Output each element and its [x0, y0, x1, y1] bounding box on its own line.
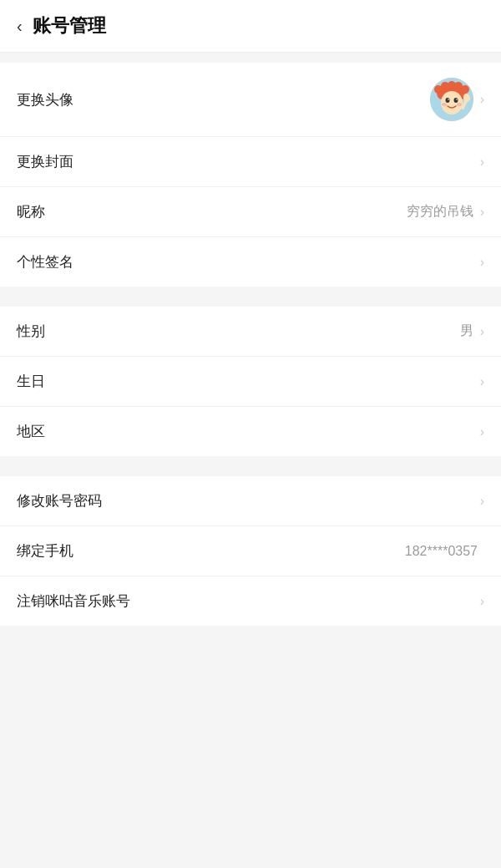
svg-point-9: [441, 91, 463, 114]
svg-point-14: [442, 103, 447, 106]
avatar: [430, 78, 473, 121]
svg-point-8: [461, 85, 469, 94]
svg-point-12: [448, 99, 449, 100]
birthday-label: 生日: [17, 372, 480, 391]
region-row[interactable]: 地区 ›: [0, 407, 501, 456]
divider-2: [0, 456, 501, 466]
phone-row[interactable]: 绑定手机 182****0357: [0, 526, 501, 576]
birthday-chevron-icon: ›: [480, 374, 484, 389]
svg-point-10: [445, 98, 449, 103]
avatar-label: 更换头像: [17, 90, 430, 109]
gender-chevron-icon: ›: [480, 324, 484, 339]
avatar-container: [430, 78, 473, 121]
personal-section: 性别 男 › 生日 › 地区 ›: [0, 307, 501, 456]
nickname-chevron-icon: ›: [480, 205, 484, 220]
signature-label: 个性签名: [17, 252, 480, 272]
deregister-chevron-icon: ›: [480, 594, 484, 609]
avatar-chevron-icon: ›: [480, 92, 484, 107]
nickname-value: 穷穷的吊钱: [407, 203, 473, 221]
region-label: 地区: [17, 422, 480, 441]
gender-label: 性别: [17, 322, 460, 341]
profile-section: 更换头像: [0, 63, 501, 287]
cover-chevron-icon: ›: [480, 155, 484, 170]
back-button[interactable]: ‹: [17, 17, 23, 36]
password-row[interactable]: 修改账号密码 ›: [0, 476, 501, 526]
svg-point-11: [453, 98, 458, 103]
header: ‹ 账号管理: [0, 0, 501, 53]
region-chevron-icon: ›: [480, 424, 484, 439]
nickname-row[interactable]: 昵称 穷穷的吊钱 ›: [0, 187, 501, 237]
gender-row[interactable]: 性别 男 ›: [0, 307, 501, 357]
svg-point-13: [456, 99, 458, 100]
birthday-row[interactable]: 生日 ›: [0, 357, 501, 407]
password-chevron-icon: ›: [480, 494, 484, 509]
signature-chevron-icon: ›: [480, 255, 484, 270]
avatar-row[interactable]: 更换头像: [0, 63, 501, 137]
svg-point-15: [457, 103, 462, 106]
cover-label: 更换封面: [17, 152, 480, 171]
divider-1: [0, 287, 501, 297]
phone-label: 绑定手机: [17, 541, 405, 561]
signature-row[interactable]: 个性签名 ›: [0, 237, 501, 287]
gender-value: 男: [460, 322, 473, 340]
deregister-label: 注销咪咕音乐账号: [17, 591, 480, 611]
password-label: 修改账号密码: [17, 491, 480, 510]
account-section: 修改账号密码 › 绑定手机 182****0357 注销咪咕音乐账号 ›: [0, 476, 501, 626]
nickname-label: 昵称: [17, 202, 407, 221]
phone-value: 182****0357: [405, 544, 478, 559]
cover-row[interactable]: 更换封面 ›: [0, 137, 501, 187]
page-title: 账号管理: [33, 13, 106, 38]
deregister-row[interactable]: 注销咪咕音乐账号 ›: [0, 576, 501, 626]
